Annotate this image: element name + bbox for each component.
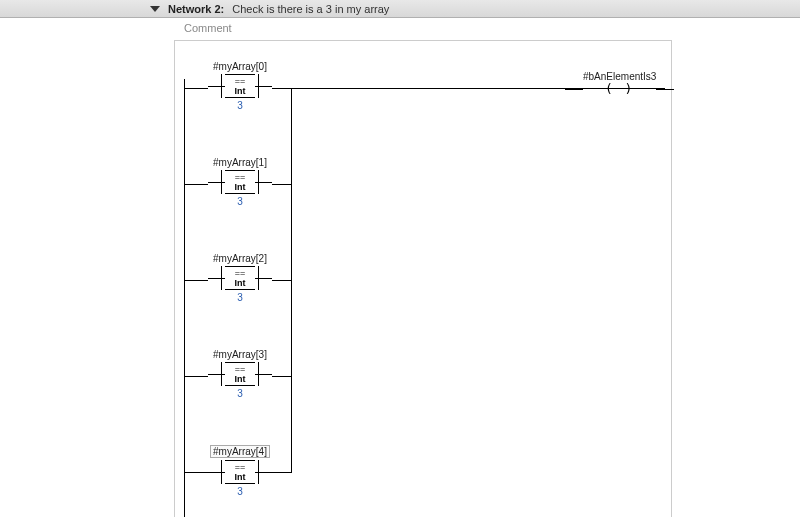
- compare-body: ==Int: [225, 74, 255, 98]
- rung-wire-right: [272, 88, 292, 89]
- compare-tag: #myArray[3]: [205, 349, 275, 360]
- compare-type: Int: [225, 86, 255, 96]
- compare-block[interactable]: #myArray[1]==Int3: [205, 157, 275, 207]
- stub-right: [255, 472, 272, 473]
- stub-left: [208, 472, 225, 473]
- compare-body: ==Int: [225, 170, 255, 194]
- compare-type: Int: [225, 472, 255, 482]
- stub-left: [208, 278, 225, 279]
- compare-block[interactable]: #myArray[4]==Int3: [205, 445, 275, 497]
- compare-value: 3: [205, 388, 275, 399]
- collapse-icon[interactable]: [150, 6, 160, 12]
- rung-wire-right: [272, 184, 292, 185]
- network-description: Check is there is a 3 in my array: [232, 3, 389, 15]
- compare-type: Int: [225, 182, 255, 192]
- compare-op: ==: [225, 172, 255, 182]
- ladder-canvas[interactable]: #bAnElementIs3( )#myArray[0]==Int3#myArr…: [174, 40, 672, 517]
- compare-body: ==Int: [225, 266, 255, 290]
- network-header[interactable]: Network 2: Check is there is a 3 in my a…: [0, 0, 800, 18]
- compare-op: ==: [225, 268, 255, 278]
- stub-left: [208, 182, 225, 183]
- comment-field[interactable]: Comment: [0, 18, 800, 38]
- stub-right: [255, 278, 272, 279]
- output-coil[interactable]: #bAnElementIs3( ): [583, 71, 656, 94]
- stub-right: [255, 374, 272, 375]
- compare-op: ==: [225, 364, 255, 374]
- stub-left: [208, 374, 225, 375]
- compare-op: ==: [225, 462, 255, 472]
- stub-left: [208, 86, 225, 87]
- rung-wire-right: [272, 376, 292, 377]
- compare-tag: #myArray[1]: [205, 157, 275, 168]
- compare-block[interactable]: #myArray[0]==Int3: [205, 61, 275, 111]
- compare-tag: #myArray[0]: [205, 61, 275, 72]
- network-title: Network 2:: [168, 3, 224, 15]
- compare-tag: #myArray[2]: [205, 253, 275, 264]
- power-rail-left: [184, 79, 185, 517]
- coil-symbol: ( ): [583, 84, 656, 94]
- compare-block[interactable]: #myArray[3]==Int3: [205, 349, 275, 399]
- comment-placeholder: Comment: [184, 22, 232, 34]
- compare-value: 3: [205, 196, 275, 207]
- stub-right: [255, 86, 272, 87]
- compare-type: Int: [225, 374, 255, 384]
- compare-block[interactable]: #myArray[2]==Int3: [205, 253, 275, 303]
- compare-value: 3: [205, 100, 275, 111]
- compare-op: ==: [225, 76, 255, 86]
- rung-wire-right: [272, 280, 292, 281]
- rung-wire-right: [272, 472, 292, 473]
- compare-value: 3: [205, 486, 275, 497]
- stub-right: [255, 182, 272, 183]
- compare-body: ==Int: [225, 460, 255, 484]
- compare-body: ==Int: [225, 362, 255, 386]
- compare-tag: #myArray[4]: [210, 445, 270, 458]
- compare-value: 3: [205, 292, 275, 303]
- compare-type: Int: [225, 278, 255, 288]
